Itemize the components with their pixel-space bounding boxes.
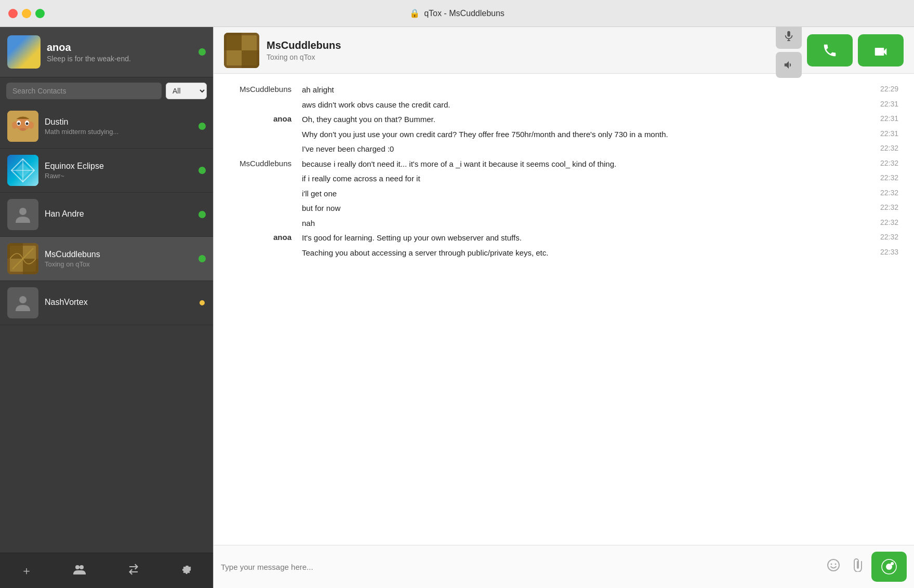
msg-sender: anoa — [229, 114, 302, 123]
message-row: Why don't you just use your own credit c… — [229, 129, 898, 141]
contact-item-han[interactable]: Han Andre — [0, 193, 213, 237]
msg-sender — [229, 203, 302, 203]
transfer-button[interactable] — [123, 559, 144, 583]
settings-button[interactable] — [177, 559, 196, 582]
msg-time: 22:31 — [857, 129, 898, 138]
profile-status: Sleep is for the weak-end. — [47, 55, 192, 63]
svg-point-20 — [75, 565, 80, 569]
svg-point-14 — [19, 208, 27, 215]
message-row: anoa It's good for learning. Setting up … — [229, 232, 898, 244]
nash-avatar-placeholder — [7, 287, 38, 318]
chat-contact-avatar — [224, 33, 259, 68]
title-text: qTox - MsCuddlebuns — [424, 9, 505, 18]
lock-icon: 🔒 — [409, 8, 420, 18]
contact-item-nash[interactable]: NashVortex — [0, 281, 213, 325]
contact-list: Dustin Math midterm studying... — [0, 104, 213, 553]
mic-button[interactable] — [776, 27, 802, 49]
dustin-status-dot — [198, 123, 206, 130]
msc-avatar-img — [7, 243, 38, 274]
svg-rect-18 — [23, 259, 38, 274]
han-name: Han Andre — [45, 209, 192, 219]
msg-sender — [229, 247, 302, 248]
msg-time: 22:32 — [857, 232, 898, 241]
nash-info: NashVortex — [45, 298, 192, 308]
transfer-icon — [127, 563, 140, 576]
msg-sender: MsCuddlebuns — [229, 158, 302, 168]
nash-avatar — [7, 287, 38, 318]
svg-point-4 — [18, 123, 20, 125]
msg-time: 22:32 — [857, 173, 898, 182]
dustin-avatar-svg — [7, 111, 38, 142]
msg-sender — [229, 129, 302, 129]
msg-sender: anoa — [229, 232, 302, 242]
han-avatar-placeholder — [7, 199, 38, 230]
equinox-svg — [7, 155, 38, 186]
message-row: MsCuddlebuns because i really don't need… — [229, 158, 898, 170]
msg-time: 22:31 — [857, 114, 898, 123]
volume-icon — [783, 59, 794, 71]
svg-point-6 — [20, 128, 26, 131]
msg-content: but for now — [302, 203, 857, 215]
emoji-button[interactable] — [824, 555, 843, 578]
close-button[interactable] — [8, 9, 18, 18]
gear-icon — [181, 564, 192, 575]
main-layout: anoa Sleep is for the weak-end. All Onli… — [0, 27, 914, 588]
msg-content: Oh, they caught you on that? Bummer. — [302, 114, 857, 126]
call-button[interactable] — [807, 34, 853, 66]
svg-rect-24 — [224, 33, 242, 50]
msg-time: 22:31 — [857, 99, 898, 108]
msg-time: 22:32 — [857, 188, 898, 197]
msg-content: because i really don't need it... it's m… — [302, 158, 857, 170]
svg-point-31 — [835, 564, 837, 565]
avatar — [7, 35, 41, 69]
message-row: Teaching you about accessing a server th… — [229, 247, 898, 259]
message-row: nah 22:32 — [229, 218, 898, 230]
msc-svg — [7, 243, 38, 274]
contact-item-dustin[interactable]: Dustin Math midterm studying... — [0, 104, 213, 149]
person-icon-nash — [14, 293, 32, 312]
send-button[interactable] — [871, 552, 907, 582]
add-contact-button[interactable]: ＋ — [17, 559, 36, 583]
message-input[interactable] — [221, 556, 818, 577]
msg-content: aws didn't work obvs cause the credit ca… — [302, 99, 857, 111]
paperclip-icon — [852, 558, 863, 572]
input-area — [214, 545, 914, 588]
msc-status-dot — [198, 255, 206, 262]
chat-avatar-svg — [224, 33, 259, 68]
video-call-button[interactable] — [858, 34, 904, 66]
svg-point-29 — [828, 559, 839, 571]
msg-content: nah — [302, 218, 857, 230]
msg-content: i'll get one — [302, 188, 857, 200]
msg-time: 22:33 — [857, 247, 898, 256]
maximize-button[interactable] — [35, 9, 45, 18]
chat-header: MsCuddlebuns Toxing on qTox — [214, 27, 914, 74]
group-button[interactable] — [69, 560, 90, 582]
svg-point-5 — [26, 123, 29, 125]
msg-sender — [229, 99, 302, 100]
group-icon — [73, 564, 86, 574]
svg-rect-26 — [787, 31, 790, 36]
search-input[interactable] — [6, 83, 162, 99]
svg-rect-17 — [7, 243, 23, 259]
msc-msg: Toxing on qTox — [45, 260, 192, 268]
msg-content: Teaching you about accessing a server th… — [302, 247, 857, 259]
svg-rect-25 — [242, 50, 259, 68]
svg-point-34 — [891, 562, 894, 565]
msg-content: if i really come across a need for it — [302, 173, 857, 185]
minimize-button[interactable] — [22, 9, 31, 18]
titlebar: 🔒 qTox - MsCuddlebuns — [0, 0, 914, 27]
message-row: i'll get one 22:32 — [229, 188, 898, 200]
nash-status-dot — [198, 299, 206, 306]
send-icon — [881, 558, 897, 575]
message-row: anoa Oh, they caught you on that? Bummer… — [229, 114, 898, 126]
attachment-button[interactable] — [849, 555, 866, 578]
mic-vol-stack — [776, 27, 802, 78]
contact-item-msc[interactable]: MsCuddlebuns Toxing on qTox — [0, 237, 213, 281]
filter-select[interactable]: All Online Offline — [166, 83, 207, 99]
msg-content: It's good for learning. Setting up your … — [302, 232, 857, 244]
message-row: aws didn't work obvs cause the credit ca… — [229, 99, 898, 111]
equinox-avatar — [7, 155, 38, 186]
contact-item-equinox[interactable]: Equinox Eclipse Rawr~ — [0, 149, 213, 193]
han-status-dot — [198, 211, 206, 218]
dustin-avatar-img — [7, 111, 38, 142]
